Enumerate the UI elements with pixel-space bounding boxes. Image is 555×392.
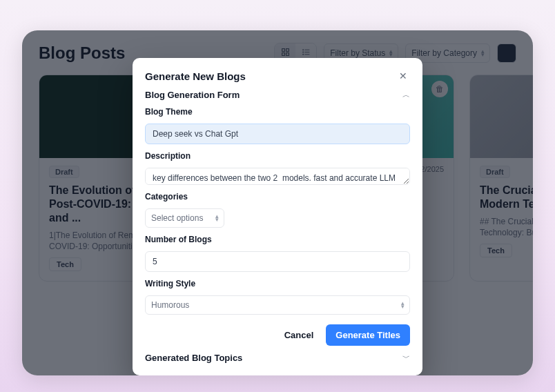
categories-placeholder: Select options xyxy=(151,213,203,223)
close-button[interactable]: ✕ xyxy=(396,69,410,83)
num-blogs-input[interactable] xyxy=(145,251,410,272)
chevron-updown-icon: ▴▾ xyxy=(215,215,218,222)
blog-theme-input[interactable] xyxy=(145,124,410,144)
writing-style-select[interactable]: Humorous ▴▾ xyxy=(145,295,410,315)
description-label: Description xyxy=(145,151,410,161)
generated-topics-toggle[interactable]: Generated Blog Topics ﹀ xyxy=(145,353,410,363)
writing-style-value: Humorous xyxy=(151,300,189,310)
close-icon: ✕ xyxy=(399,70,407,81)
categories-select[interactable]: Select options ▴▾ xyxy=(145,208,224,228)
num-blogs-label: Number of Blogs xyxy=(145,235,410,244)
chevron-updown-icon: ▴▾ xyxy=(401,302,404,309)
generated-topics-label: Generated Blog Topics xyxy=(145,353,402,363)
app-frame: Blog Posts Filter by Status ▴▾ Filter by… xyxy=(22,30,533,375)
cancel-button[interactable]: Cancel xyxy=(279,326,320,344)
modal-overlay: Generate New Blogs ✕ Blog Generation For… xyxy=(22,30,533,375)
chevron-down-icon: ﹀ xyxy=(402,353,410,363)
description-textarea[interactable]: key differences between the two 2 models… xyxy=(145,168,410,185)
writing-style-label: Writing Style xyxy=(145,279,410,288)
chevron-up-icon: ︿ xyxy=(402,90,410,100)
modal-title: Generate New Blogs xyxy=(145,70,396,82)
theme-label: Blog Theme xyxy=(145,107,410,117)
form-section-label: Blog Generation Form xyxy=(145,90,402,100)
generate-blogs-modal: Generate New Blogs ✕ Blog Generation For… xyxy=(133,58,422,375)
categories-label: Categories xyxy=(145,192,410,202)
generate-titles-button[interactable]: Generate Titles xyxy=(326,324,410,346)
form-section-toggle[interactable]: Blog Generation Form ︿ xyxy=(145,90,410,100)
